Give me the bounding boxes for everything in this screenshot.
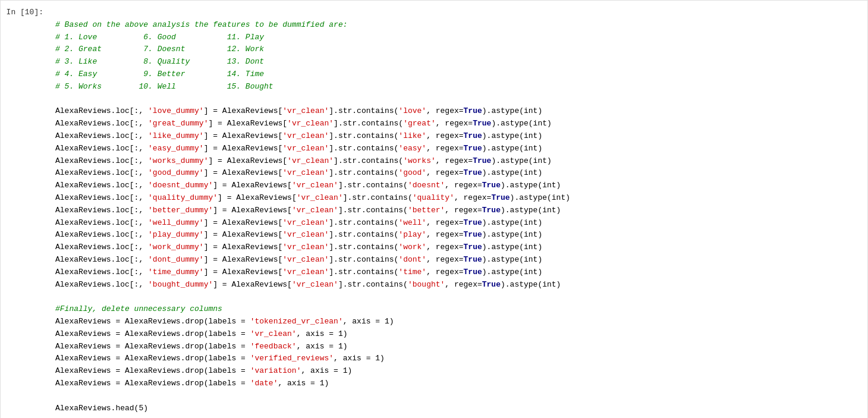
cell-label: In [10]: [1,1,48,418]
notebook-cell: In [10]: # Based on the above analysis t… [0,0,868,418]
cell-content[interactable]: # Based on the above analysis the featur… [48,1,867,418]
code-block: # Based on the above analysis the featur… [55,7,860,418]
